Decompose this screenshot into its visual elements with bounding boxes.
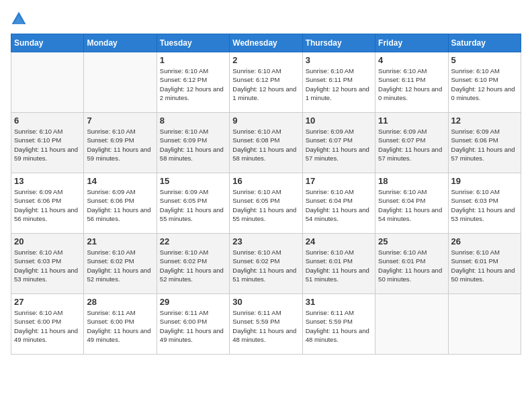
weekday-header-thursday: Thursday [302,34,375,52]
day-info: Sunrise: 6:10 AMSunset: 6:01 PMDaylight:… [378,248,445,283]
day-number: 6 [14,116,81,126]
calendar-cell [11,52,84,113]
day-number: 2 [232,55,299,65]
calendar-cell: 19Sunrise: 6:10 AMSunset: 6:03 PMDayligh… [448,173,521,234]
day-number: 9 [232,116,299,126]
day-info: Sunrise: 6:10 AMSunset: 6:02 PMDaylight:… [232,248,299,283]
day-info: Sunrise: 6:10 AMSunset: 6:09 PMDaylight:… [160,127,226,163]
day-info: Sunrise: 6:11 AMSunset: 5:59 PMDaylight:… [232,308,299,344]
day-number: 8 [160,116,226,126]
day-number: 27 [14,297,81,307]
day-info: Sunrise: 6:10 AMSunset: 6:04 PMDaylight:… [306,187,372,223]
day-number: 24 [306,236,372,246]
calendar-cell: 8Sunrise: 6:10 AMSunset: 6:09 PMDaylight… [157,113,229,173]
day-number: 26 [451,236,518,246]
calendar-cell: 2Sunrise: 6:10 AMSunset: 6:12 PMDaylight… [230,52,302,113]
calendar-cell: 4Sunrise: 6:10 AMSunset: 6:11 PMDaylight… [375,52,448,113]
logo-icon [11,11,27,27]
calendar-cell: 13Sunrise: 6:09 AMSunset: 6:06 PMDayligh… [11,173,84,234]
calendar-cell: 5Sunrise: 6:10 AMSunset: 6:10 PMDaylight… [448,52,521,113]
day-info: Sunrise: 6:09 AMSunset: 6:06 PMDaylight:… [14,187,81,223]
weekday-header-tuesday: Tuesday [157,34,229,52]
day-number: 4 [378,55,445,65]
day-info: Sunrise: 6:10 AMSunset: 6:03 PMDaylight:… [451,187,518,223]
day-number: 16 [232,176,299,186]
calendar-body: 1Sunrise: 6:10 AMSunset: 6:12 PMDaylight… [11,52,521,355]
day-number: 20 [14,236,81,246]
day-number: 14 [87,176,153,186]
day-number: 11 [378,116,445,126]
day-info: Sunrise: 6:11 AMSunset: 5:59 PMDaylight:… [306,308,372,344]
calendar-cell [448,294,521,355]
weekday-header-saturday: Saturday [448,34,521,52]
calendar-cell: 3Sunrise: 6:10 AMSunset: 6:11 PMDaylight… [302,52,375,113]
day-info: Sunrise: 6:09 AMSunset: 6:05 PMDaylight:… [160,187,226,223]
weekday-header-friday: Friday [375,34,448,52]
day-info: Sunrise: 6:10 AMSunset: 6:11 PMDaylight:… [306,66,372,102]
calendar-cell [84,52,157,113]
calendar-cell: 31Sunrise: 6:11 AMSunset: 5:59 PMDayligh… [302,294,375,355]
day-number: 19 [451,176,518,186]
calendar-cell: 12Sunrise: 6:09 AMSunset: 6:06 PMDayligh… [448,113,521,173]
day-info: Sunrise: 6:11 AMSunset: 6:00 PMDaylight:… [160,308,226,344]
calendar-week-5: 27Sunrise: 6:10 AMSunset: 6:00 PMDayligh… [11,294,521,355]
calendar-cell: 28Sunrise: 6:11 AMSunset: 6:00 PMDayligh… [84,294,157,355]
day-info: Sunrise: 6:10 AMSunset: 6:11 PMDaylight:… [378,66,445,102]
logo [11,11,30,27]
day-number: 25 [378,236,445,246]
day-number: 22 [160,236,226,246]
day-info: Sunrise: 6:10 AMSunset: 6:02 PMDaylight:… [160,248,226,283]
day-info: Sunrise: 6:11 AMSunset: 6:00 PMDaylight:… [87,308,153,344]
day-info: Sunrise: 6:10 AMSunset: 6:04 PMDaylight:… [378,187,445,223]
calendar-cell: 7Sunrise: 6:10 AMSunset: 6:09 PMDaylight… [84,113,157,173]
calendar-cell: 25Sunrise: 6:10 AMSunset: 6:01 PMDayligh… [375,234,448,294]
day-number: 10 [306,116,372,126]
day-info: Sunrise: 6:10 AMSunset: 6:08 PMDaylight:… [232,127,299,163]
day-info: Sunrise: 6:09 AMSunset: 6:06 PMDaylight:… [451,127,518,163]
calendar-cell: 9Sunrise: 6:10 AMSunset: 6:08 PMDaylight… [230,113,302,173]
day-info: Sunrise: 6:10 AMSunset: 6:05 PMDaylight:… [232,187,299,223]
weekday-header-sunday: Sunday [11,34,84,52]
day-number: 3 [306,55,372,65]
calendar-cell: 23Sunrise: 6:10 AMSunset: 6:02 PMDayligh… [230,234,302,294]
day-number: 5 [451,55,518,65]
calendar-table: SundayMondayTuesdayWednesdayThursdayFrid… [11,34,521,355]
day-number: 7 [87,116,153,126]
calendar-cell: 17Sunrise: 6:10 AMSunset: 6:04 PMDayligh… [302,173,375,234]
calendar-cell: 11Sunrise: 6:09 AMSunset: 6:07 PMDayligh… [375,113,448,173]
calendar-cell: 21Sunrise: 6:10 AMSunset: 6:02 PMDayligh… [84,234,157,294]
calendar-cell: 30Sunrise: 6:11 AMSunset: 5:59 PMDayligh… [230,294,302,355]
day-number: 30 [232,297,299,307]
day-info: Sunrise: 6:10 AMSunset: 6:10 PMDaylight:… [14,127,81,163]
calendar-cell: 27Sunrise: 6:10 AMSunset: 6:00 PMDayligh… [11,294,84,355]
day-info: Sunrise: 6:10 AMSunset: 6:01 PMDaylight:… [306,248,372,283]
calendar-cell: 20Sunrise: 6:10 AMSunset: 6:03 PMDayligh… [11,234,84,294]
calendar-cell [375,294,448,355]
calendar-cell: 29Sunrise: 6:11 AMSunset: 6:00 PMDayligh… [157,294,229,355]
calendar-header: SundayMondayTuesdayWednesdayThursdayFrid… [11,34,521,52]
day-info: Sunrise: 6:09 AMSunset: 6:07 PMDaylight:… [378,127,445,163]
day-number: 17 [306,176,372,186]
day-number: 23 [232,236,299,246]
calendar-cell: 10Sunrise: 6:09 AMSunset: 6:07 PMDayligh… [302,113,375,173]
calendar-cell: 26Sunrise: 6:10 AMSunset: 6:01 PMDayligh… [448,234,521,294]
day-info: Sunrise: 6:09 AMSunset: 6:07 PMDaylight:… [306,127,372,163]
day-info: Sunrise: 6:10 AMSunset: 6:10 PMDaylight:… [451,66,518,102]
day-number: 13 [14,176,81,186]
day-info: Sunrise: 6:10 AMSunset: 6:12 PMDaylight:… [232,66,299,102]
calendar-cell: 1Sunrise: 6:10 AMSunset: 6:12 PMDaylight… [157,52,229,113]
day-number: 15 [160,176,226,186]
day-info: Sunrise: 6:10 AMSunset: 6:09 PMDaylight:… [87,127,153,163]
day-number: 29 [160,297,226,307]
calendar-week-1: 1Sunrise: 6:10 AMSunset: 6:12 PMDaylight… [11,52,521,113]
day-number: 12 [451,116,518,126]
day-number: 21 [87,236,153,246]
calendar-cell: 6Sunrise: 6:10 AMSunset: 6:10 PMDaylight… [11,113,84,173]
calendar-cell: 16Sunrise: 6:10 AMSunset: 6:05 PMDayligh… [230,173,302,234]
calendar-cell: 24Sunrise: 6:10 AMSunset: 6:01 PMDayligh… [302,234,375,294]
day-number: 28 [87,297,153,307]
day-number: 1 [160,55,226,65]
day-number: 18 [378,176,445,186]
calendar-cell: 22Sunrise: 6:10 AMSunset: 6:02 PMDayligh… [157,234,229,294]
calendar-week-4: 20Sunrise: 6:10 AMSunset: 6:03 PMDayligh… [11,234,521,294]
